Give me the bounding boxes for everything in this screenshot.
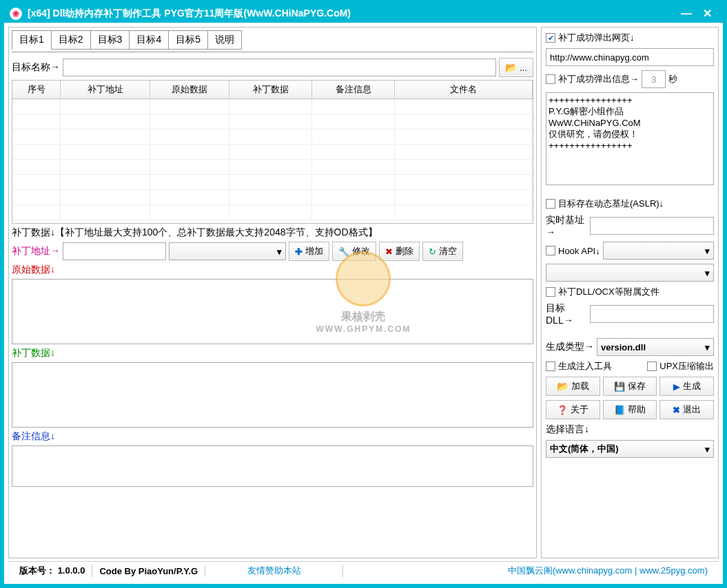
clear-button[interactable]: ↻清空 <box>422 242 463 261</box>
site-link[interactable]: 中国飘云阁(www.chinapyg.com | www.25pyg.com) <box>508 565 708 576</box>
load-button[interactable]: 📂加载 <box>546 377 600 396</box>
realtime-base-input[interactable] <box>590 217 714 235</box>
target-dll-label: 目标DLL→ <box>546 302 587 326</box>
tab-target3[interactable]: 目标3 <box>90 30 130 50</box>
plus-icon: ✚ <box>295 246 303 257</box>
chevron-down-icon: ▾ <box>705 268 710 278</box>
orig-data-textarea[interactable] <box>12 279 533 344</box>
left-panel: 目标1 目标2 目标3 目标4 目标5 说明 目标名称→ 📂 ... <box>8 27 537 558</box>
wrench-icon: 🔧 <box>338 246 349 257</box>
target-dll-input[interactable] <box>590 305 714 323</box>
broom-icon: ↻ <box>429 246 436 257</box>
author-label: Code By PiaoYun/P.Y.G <box>92 566 205 576</box>
tab-target2[interactable]: 目标2 <box>51 30 91 50</box>
about-button[interactable]: ❓关于 <box>546 400 600 419</box>
checkbox-icon: ✔ <box>546 33 555 43</box>
patch-dll-checkbox[interactable]: 补丁DLL/OCX等附属文件 <box>546 286 714 298</box>
titlebar: ❀ [x64] Dll劫持内存补丁制作工具 PYG官方11周年版(WwW.CHi… <box>4 4 723 23</box>
th-file[interactable]: 文件名 <box>395 81 533 98</box>
checkbox-icon <box>546 287 555 297</box>
tab-help[interactable]: 说明 <box>207 30 242 50</box>
tab-target5[interactable]: 目标5 <box>168 30 208 50</box>
chevron-down-icon: ▾ <box>705 342 710 353</box>
popup-web-checkbox[interactable]: ✔ 补丁成功弹出网页↓ <box>546 32 714 44</box>
patch-addr-combo[interactable]: ▾ <box>169 242 286 260</box>
patch-addr-label: 补丁地址→ <box>12 245 60 258</box>
chevron-down-icon: ▾ <box>705 246 710 256</box>
memo-label: 备注信息↓ <box>12 430 533 443</box>
app-icon: ❀ <box>10 8 22 20</box>
statusbar: 版本号： 1.0.0.0 Code By PiaoYun/P.Y.G 友情赞助本… <box>8 561 719 580</box>
add-button[interactable]: ✚增加 <box>289 242 329 261</box>
checkbox-icon <box>647 361 657 371</box>
exit-button[interactable]: ✖退出 <box>659 400 714 419</box>
gen-type-label: 生成类型→ <box>546 341 594 353</box>
checkbox-icon <box>546 361 555 371</box>
th-seq[interactable]: 序号 <box>12 81 61 98</box>
th-memo[interactable]: 备注信息 <box>312 81 395 98</box>
window-title: [x64] Dll劫持内存补丁制作工具 PYG官方11周年版(WwW.CHiNa… <box>28 8 351 20</box>
chevron-down-icon: ▾ <box>705 444 710 454</box>
realtime-base-label: 实时基址→ <box>546 214 587 238</box>
popup-web-url-input[interactable] <box>546 48 714 66</box>
generate-button[interactable]: ▶生成 <box>659 377 714 396</box>
chevron-down-icon: ▾ <box>277 246 282 257</box>
tab-target1[interactable]: 目标1 <box>12 30 52 50</box>
tabs: 目标1 目标2 目标3 目标4 目标5 说明 <box>12 30 533 50</box>
th-patch[interactable]: 补丁数据 <box>229 81 312 98</box>
version-value: 1.0.0.0 <box>58 565 85 576</box>
gen-type-combo[interactable]: version.dll▾ <box>597 338 714 356</box>
popup-msg-checkbox[interactable]: 补丁成功弹出信息→ <box>546 73 639 85</box>
sponsor-link[interactable]: 友情赞助本站 <box>205 565 343 577</box>
info-icon: ❓ <box>557 405 568 415</box>
orig-data-label: 原始数据↓ <box>12 264 533 276</box>
lang-label: 选择语言↓ <box>546 423 714 436</box>
patch-table: 序号 补丁地址 原始数据 补丁数据 备注信息 文件名 <box>12 80 533 224</box>
hook-api-combo[interactable]: ▾ <box>603 242 714 260</box>
target-name-label: 目标名称→ <box>12 61 60 74</box>
modify-button[interactable]: 🔧修改 <box>332 242 376 261</box>
right-panel: ✔ 补丁成功弹出网页↓ 补丁成功弹出信息→ 秒 ++++++++++++++++… <box>541 27 719 558</box>
delete-icon: ✖ <box>385 246 393 257</box>
folder-icon: 📂 <box>505 62 517 73</box>
upx-checkbox[interactable]: UPX压缩输出 <box>647 360 714 372</box>
save-icon: 💾 <box>614 381 625 392</box>
patch-addr-input[interactable] <box>63 242 166 260</box>
close-icon: ✖ <box>673 405 680 415</box>
checkbox-icon <box>546 246 555 255</box>
checkbox-icon <box>546 74 555 84</box>
seconds-label: 秒 <box>668 73 677 85</box>
patch-data-info: 补丁数据↓【补丁地址最大支持100个、总补丁数据最大支持2048字节、支持OD格… <box>12 227 533 239</box>
folder-icon: 📂 <box>557 381 569 392</box>
patch-data-textarea[interactable] <box>12 362 533 428</box>
memo-textarea[interactable] <box>12 445 533 487</box>
patch-data-label: 补丁数据↓ <box>12 347 533 359</box>
hook-api-sub-combo[interactable]: ▾ <box>546 264 714 282</box>
popup-msg-sec-input[interactable] <box>642 70 666 88</box>
popup-msg-textarea[interactable]: ++++++++++++++++ P.Y.G解密小组作品 WwW.CHiNaPY… <box>546 92 714 185</box>
language-combo[interactable]: 中文(简体，中国)▾ <box>546 440 714 458</box>
th-addr[interactable]: 补丁地址 <box>61 81 150 98</box>
book-icon: 📘 <box>614 405 625 415</box>
play-icon: ▶ <box>673 381 680 392</box>
delete-button[interactable]: ✖删除 <box>379 242 420 261</box>
help-button[interactable]: 📘帮助 <box>603 400 657 419</box>
aslr-checkbox[interactable]: 目标存在动态基址(ASLR)↓ <box>546 198 714 210</box>
save-button[interactable]: 💾保存 <box>603 377 657 396</box>
th-orig[interactable]: 原始数据 <box>150 81 229 98</box>
minimize-button[interactable]: — <box>676 8 697 20</box>
gen-inject-checkbox[interactable]: 生成注入工具 <box>546 360 612 372</box>
version-label: 版本号： <box>19 565 55 576</box>
checkbox-icon <box>546 199 555 209</box>
table-body[interactable] <box>12 99 533 223</box>
browse-button[interactable]: 📂 ... <box>499 58 533 77</box>
target-name-input[interactable] <box>63 59 496 76</box>
tab-target4[interactable]: 目标4 <box>129 30 169 50</box>
close-button[interactable]: ✕ <box>697 7 717 20</box>
hook-api-checkbox[interactable]: Hook API↓ <box>546 246 600 256</box>
